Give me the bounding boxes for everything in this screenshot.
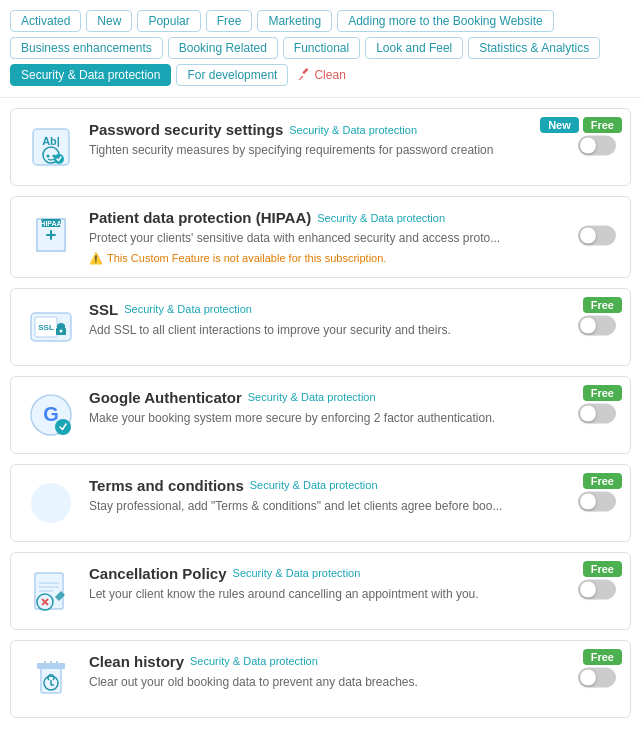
feature-description: Add SSL to all client interactions to im… xyxy=(89,322,566,339)
feature-toggle-patient-data[interactable] xyxy=(578,225,616,245)
feature-icon-patient-data: HIPAA xyxy=(25,209,77,261)
feature-description: Stay professional, add "Terms & conditio… xyxy=(89,498,566,515)
feature-card-patient-data: HIPAA Patient data protection (HIPAA) Se… xyxy=(10,196,631,278)
badge-area: NewFree xyxy=(540,117,622,133)
toggle-wrap[interactable] xyxy=(578,315,616,338)
svg-text:G: G xyxy=(43,403,59,425)
feature-content: Patient data protection (HIPAA) Security… xyxy=(89,209,616,265)
svg-text:HIPAA: HIPAA xyxy=(40,220,61,227)
toggle-wrap[interactable] xyxy=(578,136,616,159)
feature-title-row: Google Authenticator Security & Data pro… xyxy=(89,389,566,406)
feature-title-row: Clean history Security & Data protection xyxy=(89,653,566,670)
feature-icon-clean-history xyxy=(25,653,77,705)
filter-row-3: Security & Data protectionFor developmen… xyxy=(10,64,631,86)
filter-tag-look-and-feel[interactable]: Look and Feel xyxy=(365,37,463,59)
feature-content: SSL Security & Data protection Add SSL t… xyxy=(89,301,616,339)
badge-free: Free xyxy=(583,561,622,577)
feature-toggle-cancellation-policy[interactable] xyxy=(578,579,616,599)
feature-description: Make your booking system more secure by … xyxy=(89,410,566,427)
feature-card-cancellation-policy: Free Cancellation Policy Security & Data… xyxy=(10,552,631,630)
toggle-wrap[interactable] xyxy=(578,225,616,248)
filter-tag-for-development[interactable]: For development xyxy=(176,64,288,86)
feature-warning: ⚠️ This Custom Feature is not available … xyxy=(89,252,566,265)
filter-tag-security-&-data-protection[interactable]: Security & Data protection xyxy=(10,64,171,86)
filter-row-1: ActivatedNewPopularFreeMarketingAdding m… xyxy=(10,10,631,32)
feature-icon-password-security: Ab| xyxy=(25,121,77,173)
svg-text:Ab|: Ab| xyxy=(42,135,60,147)
filter-row-2: Business enhancementsBooking RelatedFunc… xyxy=(10,37,631,59)
feature-description: Protect your clients' sensitive data wit… xyxy=(89,230,566,247)
badge-free: Free xyxy=(583,473,622,489)
toggle-wrap[interactable] xyxy=(578,403,616,426)
feature-title: Clean history xyxy=(89,653,184,670)
filter-tag-marketing[interactable]: Marketing xyxy=(257,10,332,32)
svg-point-14 xyxy=(60,329,63,332)
feature-title: Cancellation Policy xyxy=(89,565,227,582)
filter-tag-activated[interactable]: Activated xyxy=(10,10,81,32)
feature-icon-terms-conditions xyxy=(25,477,77,529)
filter-tag-free[interactable]: Free xyxy=(206,10,253,32)
feature-title: SSL xyxy=(89,301,118,318)
broom-icon xyxy=(297,68,311,82)
feature-category: Security & Data protection xyxy=(289,124,417,136)
toggle-wrap[interactable] xyxy=(578,491,616,514)
badge-new: New xyxy=(540,117,579,133)
badge-free: Free xyxy=(583,297,622,313)
toggle-wrap[interactable] xyxy=(578,667,616,690)
feature-description: Let your client know the rules around ca… xyxy=(89,586,566,603)
feature-title-row: SSL Security & Data protection xyxy=(89,301,566,318)
feature-content: Password security settings Security & Da… xyxy=(89,121,616,159)
filter-tag-new[interactable]: New xyxy=(86,10,132,32)
feature-toggle-terms-conditions[interactable] xyxy=(578,491,616,511)
feature-icon-google-auth: G xyxy=(25,389,77,441)
feature-icon-ssl: SSL SSL xyxy=(25,301,77,353)
filter-tag-booking-related[interactable]: Booking Related xyxy=(168,37,278,59)
feature-toggle-google-auth[interactable] xyxy=(578,403,616,423)
feature-title-row: Patient data protection (HIPAA) Security… xyxy=(89,209,566,226)
clean-button[interactable]: Clean xyxy=(293,64,349,86)
feature-icon-cancellation-policy xyxy=(25,565,77,617)
svg-text:SSL: SSL xyxy=(38,323,54,332)
feature-description: Tighten security measures by specifying … xyxy=(89,142,566,159)
feature-title: Google Authenticator xyxy=(89,389,242,406)
svg-point-18 xyxy=(31,483,71,523)
badge-free: Free xyxy=(583,385,622,401)
feature-title: Terms and conditions xyxy=(89,477,244,494)
feature-category: Security & Data protection xyxy=(317,212,445,224)
feature-category: Security & Data protection xyxy=(233,567,361,579)
feature-title: Password security settings xyxy=(89,121,283,138)
filter-tag-functional[interactable]: Functional xyxy=(283,37,360,59)
svg-point-17 xyxy=(55,419,71,435)
feature-toggle-clean-history[interactable] xyxy=(578,667,616,687)
feature-category: Security & Data protection xyxy=(250,479,378,491)
feature-title: Patient data protection (HIPAA) xyxy=(89,209,311,226)
feature-card-clean-history: Free Clean history Security & Data prote… xyxy=(10,640,631,718)
filter-tag-popular[interactable]: Popular xyxy=(137,10,200,32)
feature-title-row: Terms and conditions Security & Data pro… xyxy=(89,477,566,494)
badge-free: Free xyxy=(583,117,622,133)
badge-area: Free xyxy=(583,473,622,489)
feature-toggle-password-security[interactable] xyxy=(578,136,616,156)
feature-card-terms-conditions: Free Terms and conditions Security & Dat… xyxy=(10,464,631,542)
feature-card-google-auth: Free G Google Authenticator Security & D… xyxy=(10,376,631,454)
warning-icon: ⚠️ xyxy=(89,252,103,265)
feature-list: NewFree Ab| Password security settings S… xyxy=(0,98,641,738)
filter-tag-statistics-&-analytics[interactable]: Statistics & Analytics xyxy=(468,37,600,59)
feature-title-row: Password security settings Security & Da… xyxy=(89,121,566,138)
badge-area: Free xyxy=(583,297,622,313)
feature-content: Google Authenticator Security & Data pro… xyxy=(89,389,616,427)
feature-card-ssl: Free SSL SSL SSL Security & Data protect… xyxy=(10,288,631,366)
feature-content: Clean history Security & Data protection… xyxy=(89,653,616,691)
feature-category: Security & Data protection xyxy=(190,655,318,667)
feature-category: Security & Data protection xyxy=(248,391,376,403)
feature-card-password-security: NewFree Ab| Password security settings S… xyxy=(10,108,631,186)
badge-area: Free xyxy=(583,649,622,665)
filter-tag-adding-more-to-the-booking-website[interactable]: Adding more to the Booking Website xyxy=(337,10,554,32)
badge-area: Free xyxy=(583,385,622,401)
toggle-wrap[interactable] xyxy=(578,579,616,602)
feature-toggle-ssl[interactable] xyxy=(578,315,616,335)
badge-free: Free xyxy=(583,649,622,665)
filter-area: ActivatedNewPopularFreeMarketingAdding m… xyxy=(0,0,641,98)
filter-tag-business-enhancements[interactable]: Business enhancements xyxy=(10,37,163,59)
svg-point-3 xyxy=(47,155,50,158)
